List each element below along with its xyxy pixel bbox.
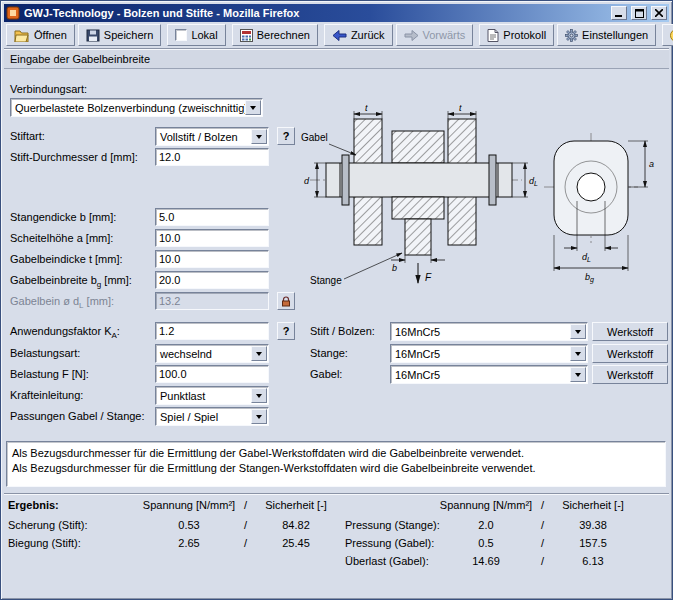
result-row-sep: / [541, 555, 544, 567]
forward-arrow-icon [404, 30, 419, 41]
anwendungsfaktor-input[interactable] [155, 322, 269, 340]
dim-label-dl: dL [529, 176, 538, 187]
settings-button[interactable]: Einstellungen [557, 24, 656, 46]
material-stange-select[interactable]: 16MnCr5 [390, 344, 588, 363]
minimize-button[interactable] [611, 6, 627, 20]
maximize-button[interactable] [631, 6, 647, 20]
dim-label-t-right: t [459, 103, 462, 113]
result-row-spannung: 14.69 [446, 555, 526, 567]
chevron-down-icon[interactable] [251, 129, 267, 144]
material-stift-select[interactable]: 16MnCr5 [390, 322, 588, 341]
protocol-label: Protokoll [503, 29, 546, 41]
material-stift-label: Stift / Bolzen: [310, 325, 375, 337]
back-arrow-icon [332, 30, 347, 41]
passungen-label: Passungen Gabel / Stange: [10, 410, 145, 422]
dim-label-bg: bg [585, 272, 594, 284]
lock-button[interactable] [277, 292, 295, 310]
save-label: Speichern [104, 29, 154, 41]
results-title: Ergebnis: [8, 499, 59, 511]
document-icon [487, 29, 499, 42]
protocol-button[interactable]: Protokoll [479, 24, 554, 46]
material-gabel-select[interactable]: 16MnCr5 [390, 365, 588, 384]
help-button[interactable]: ? Hilfe [662, 24, 673, 46]
gabelbeinbreite-label: Gabelbeinbreite bg [mm]: [10, 274, 132, 289]
save-button[interactable]: Speichern [78, 24, 162, 46]
page-title: Eingabe der Gabelbeinbreite [4, 49, 669, 69]
results-col-spannung-left: Spannung [N/mm²] [139, 499, 239, 511]
result-row-spannung: 0.5 [446, 537, 526, 549]
krafteinleitung-select[interactable]: Punktlast [155, 386, 269, 405]
chevron-down-icon[interactable] [570, 324, 586, 339]
info-box: Als Bezugsdurchmesser für die Ermittlung… [6, 441, 666, 487]
material-stift-value: 16MnCr5 [391, 326, 570, 338]
belastungsart-select[interactable]: wechselnd [155, 344, 269, 363]
result-row-sep: / [244, 537, 247, 549]
result-row-label: Scherung (Stift): [8, 519, 87, 531]
results-col-sicherheit-right: Sicherheit [-] [553, 499, 633, 511]
anwendungsfaktor-help-button[interactable]: ? [277, 322, 295, 340]
toolbar: Öffnen Speichern Lokal Berechnen [4, 22, 669, 49]
scheitelhoehe-input[interactable] [155, 229, 269, 247]
chevron-down-icon[interactable] [251, 409, 267, 424]
calculator-icon [240, 29, 253, 42]
gabelbeindicke-input[interactable] [155, 250, 269, 268]
title-bar: GWJ-Technology - Bolzen und Stifte - Moz… [4, 4, 669, 22]
result-row-label: Überlast (Gabel): [345, 555, 429, 567]
stiftart-select[interactable]: Vollstift / Bolzen [155, 127, 269, 146]
local-checkbox[interactable]: Lokal [167, 24, 225, 46]
chevron-down-icon[interactable] [570, 346, 586, 361]
material-gabel-label: Gabel: [310, 368, 342, 380]
close-button[interactable] [651, 6, 667, 20]
results-col-spannung-right: Spannung [N/mm²] [436, 499, 536, 511]
result-row-spannung: 2.65 [149, 537, 229, 549]
stangendicke-input[interactable] [155, 208, 269, 226]
chevron-down-icon[interactable] [570, 367, 586, 382]
main-content: Verbindungsart: Querbelastete Bolzenverb… [4, 69, 669, 593]
belastungsart-label: Belastungsart: [10, 347, 80, 359]
calculate-button[interactable]: Berechnen [232, 24, 318, 46]
werkstoff-stange-button[interactable]: Werkstoff [592, 344, 668, 363]
dim-label-b: b [392, 263, 397, 273]
gabelbein-d-label: Gabelbein ø dL [mm]: [10, 295, 114, 310]
back-button[interactable]: Zurück [324, 24, 393, 46]
results-divider [4, 493, 669, 495]
open-button[interactable]: Öffnen [6, 24, 75, 46]
result-row-sep: / [244, 519, 247, 531]
chevron-down-icon[interactable] [245, 100, 261, 115]
app-icon [6, 6, 20, 20]
calculate-label: Berechnen [257, 29, 310, 41]
result-row-sicherheit: 6.13 [553, 555, 633, 567]
verbindungsart-value: Querbelastete Bolzenverbindung (zweischn… [11, 102, 245, 114]
chevron-down-icon[interactable] [251, 388, 267, 403]
stiftart-label: Stiftart: [10, 130, 45, 142]
material-gabel-value: 16MnCr5 [391, 369, 570, 381]
passungen-select[interactable]: Spiel / Spiel [155, 407, 269, 426]
checkbox-icon[interactable] [175, 29, 187, 41]
results-col-sep-left: / [244, 499, 247, 511]
werkstoff-gabel-button[interactable]: Werkstoff [592, 365, 668, 384]
forward-button[interactable]: Vorwärts [396, 24, 474, 46]
gabelbeinbreite-input[interactable] [155, 271, 269, 289]
belastungsart-value: wechselnd [156, 348, 251, 360]
result-row-sicherheit: 157.5 [553, 537, 633, 549]
stiftart-help-button[interactable]: ? [277, 127, 295, 145]
chevron-down-icon[interactable] [251, 346, 267, 361]
werkstoff-stift-button[interactable]: Werkstoff [592, 322, 668, 341]
dim-label-dl-end: dL [582, 252, 591, 263]
stiftart-value: Vollstift / Bolzen [156, 131, 251, 143]
verbindungsart-label: Verbindungsart: [10, 83, 87, 95]
result-row-label: Pressung (Stange): [345, 519, 440, 531]
open-folder-icon [14, 29, 30, 42]
info-line-2: Als Bezugsdurchmesser für die Ermittlung… [12, 461, 660, 476]
krafteinleitung-value: Punktlast [156, 390, 251, 402]
result-row-label: Pressung (Gabel): [345, 537, 434, 549]
stift-durchmesser-input[interactable] [155, 148, 269, 166]
gear-icon [565, 29, 578, 42]
dim-label-f: F [425, 272, 432, 283]
belastung-input[interactable] [155, 365, 269, 383]
result-row-sicherheit: 84.82 [256, 519, 336, 531]
verbindungsart-select[interactable]: Querbelastete Bolzenverbindung (zweischn… [10, 98, 263, 117]
dim-label-t-left: t [365, 103, 368, 113]
belastung-label: Belastung F [N]: [10, 368, 89, 380]
stange-part-label: Stange [310, 275, 342, 286]
